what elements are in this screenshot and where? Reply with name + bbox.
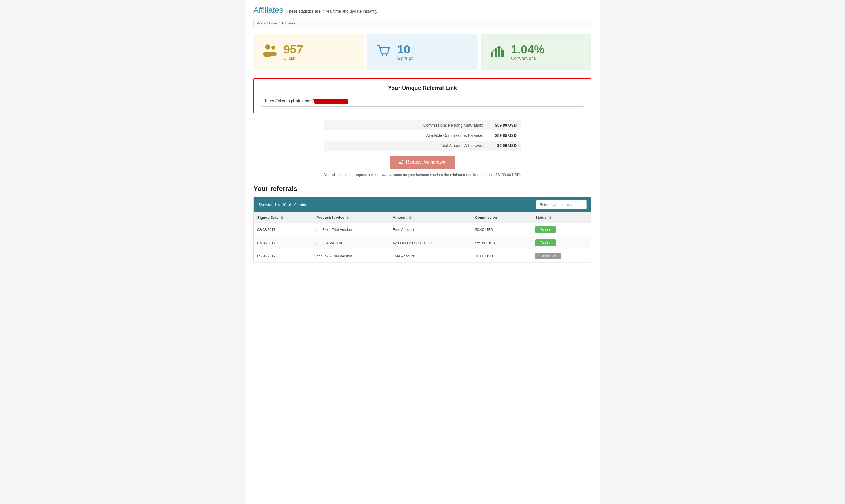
stat-info-conversions: 1.04% Conversions [511,43,544,61]
breadcrumb: Portal Home / Affiliates [253,19,592,28]
status-badge: Cancelled [535,253,562,259]
sort-icon-signup-date: ⇅ [281,216,283,220]
commission-section: Commissions Pending Maturation: $59.80 U… [324,120,521,151]
stat-card-clicks: 957 Clicks [253,34,364,70]
cell-commission: $0.00 USD [472,223,532,236]
cell-commission: $59.80 USD [472,236,532,250]
col-amount[interactable]: Amount ⇅ [389,212,472,223]
commission-row-pending: Commissions Pending Maturation: $59.80 U… [324,120,521,130]
cell-signup-date: 05/28/2017 [254,250,313,263]
withdrawal-button-label: Request Withdrawal [406,160,446,165]
request-withdrawal-button[interactable]: 🏛 Request Withdrawal [390,156,455,169]
referrals-table-container: Showing 1 to 10 of 10 entries Signup Dat… [253,197,592,263]
col-status[interactable]: Status ⇅ [532,212,591,223]
table-row: 07/28/2017 phpFox V4 - Lite $299.00 USD … [254,236,591,250]
withdrawal-section: 🏛 Request Withdrawal [253,156,592,169]
referrals-count: Showing 1 to 10 of 10 entries [258,202,309,207]
stat-info-clicks: 957 Clicks [283,43,303,61]
referral-link-text: https://clients.phpfox.com/ [265,98,348,104]
page-header: Affiliates These statistics are in real … [253,6,592,15]
sort-icon-product: ⇅ [347,216,349,220]
stat-label-signups: Signups [397,56,413,61]
commission-label-pending: Commissions Pending Maturation: [423,123,483,128]
breadcrumb-current: Affiliates [281,21,295,25]
stat-card-conversions: 1.04% Conversions [481,34,592,70]
table-row: 08/03/2017 phpFox - Trial Version Free A… [254,223,591,236]
bank-icon: 🏛 [399,160,403,165]
referrals-table-header: Showing 1 to 10 of 10 entries [254,197,591,212]
status-badge: Active [535,239,556,246]
svg-rect-6 [491,52,493,57]
cell-amount: $299.00 USD One Time [389,236,472,250]
status-badge: Active [535,226,556,233]
cell-status: Active [532,236,591,250]
stat-info-signups: 10 Signups [397,43,413,61]
svg-point-5 [386,54,387,56]
commission-row-available: Available Commissions Balance: $89.85 US… [324,130,521,141]
sort-icon-status: ⇅ [549,216,551,220]
referrals-table: Signup Date ⇅ Product/Service ⇅ Amount ⇅ [254,212,591,263]
svg-point-0 [265,44,270,50]
cell-product: phpFox - Trial Version [313,250,389,263]
stat-number-signups: 10 [397,43,413,56]
col-signup-date[interactable]: Signup Date ⇅ [254,212,313,223]
svg-point-2 [271,46,275,50]
cell-commission: $0.00 USD [472,250,532,263]
commission-value-withdrawn: $0.00 USD [486,143,516,148]
page-container: Affiliates These statistics are in real … [245,0,600,504]
stat-card-signups: 10 Signups [367,34,478,70]
col-product[interactable]: Product/Service ⇅ [313,212,389,223]
commission-value-available: $89.85 USD [486,133,516,138]
cell-amount: Free Account [389,223,472,236]
breadcrumb-home-link[interactable]: Portal Home [257,21,277,25]
cell-signup-date: 07/28/2017 [254,236,313,250]
cell-amount: Free Account [389,250,472,263]
people-icon [261,42,278,62]
sort-icon-amount: ⇅ [409,216,411,220]
cell-signup-date: 08/03/2017 [254,223,313,236]
breadcrumb-separator: / [279,21,280,25]
stat-number-clicks: 957 [283,43,303,56]
referral-box: Your Unique Referral Link https://client… [253,78,592,113]
sort-icon-commission: ⇅ [499,216,501,220]
table-row: 05/28/2017 phpFox - Trial Version Free A… [254,250,591,263]
referrals-title: Your referrals [253,185,592,193]
stat-number-conversions: 1.04% [511,43,544,56]
page-subtitle: These statistics are in real time and up… [286,9,377,14]
commission-label-available: Available Commissions Balance: [426,133,483,138]
page-title: Affiliates [253,6,283,15]
referrals-search-input[interactable] [536,200,587,209]
col-commission[interactable]: Commission ⇅ [472,212,532,223]
commission-label-withdrawn: Total Amount Withdrawn: [440,143,483,148]
svg-rect-8 [498,47,500,57]
chart-icon [489,42,506,62]
withdrawal-note: You will be able to request a withdrawal… [253,173,592,177]
stat-cards: 957 Clicks 10 Signups [253,34,592,70]
svg-rect-9 [501,50,504,57]
stat-label-clicks: Clicks [283,56,303,61]
referral-title: Your Unique Referral Link [261,85,584,91]
commission-value-pending: $59.80 USD [486,123,516,128]
cell-product: phpFox V4 - Lite [313,236,389,250]
svg-point-3 [270,52,277,56]
cart-icon [375,42,392,62]
cell-status: Cancelled [532,250,591,263]
stat-label-conversions: Conversions [511,56,544,61]
referrals-section: Your referrals Showing 1 to 10 of 10 ent… [253,185,592,263]
svg-rect-7 [495,49,497,57]
cell-product: phpFox - Trial Version [313,223,389,236]
svg-point-4 [382,54,383,56]
cell-status: Active [532,223,591,236]
commission-row-withdrawn: Total Amount Withdrawn: $0.00 USD [324,141,521,151]
